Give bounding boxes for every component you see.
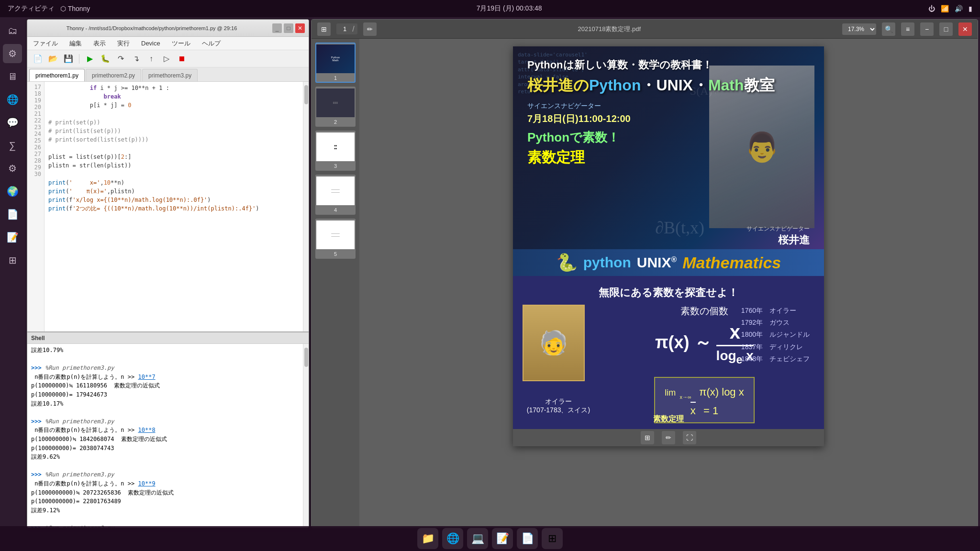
pdf-menu-button[interactable]: ≡ xyxy=(901,22,914,36)
code-content[interactable]: if i * j >= 10**n + 1 : break p[i * j] =… xyxy=(45,82,303,331)
pdf-thumb-3[interactable]: ■■■■ 3 xyxy=(315,131,356,171)
shell-header: Shell xyxy=(27,332,309,344)
pdf-slide1-sublabel: サイエンスナビゲーター xyxy=(527,102,601,110)
toolbar-sep1 xyxy=(79,54,79,64)
thonny-indicator: ⬡ xyxy=(60,5,66,12)
save-file-button[interactable]: 💾 xyxy=(62,52,75,66)
shell-content[interactable]: 誤差10.79% >>> %Run primethorem3.py n番目の素数… xyxy=(27,344,303,528)
menu-file[interactable]: ファイル xyxy=(31,38,60,49)
pdf-thumb-2[interactable]: ≡≡≡ 2 xyxy=(315,87,356,127)
pdf-fullscreen-button[interactable]: ⛶ xyxy=(683,431,696,444)
dock-apps-icon[interactable]: ⊞ xyxy=(542,528,563,549)
sidebar-icon-math[interactable]: ∑ xyxy=(3,136,22,155)
pdf-content[interactable]: data-slide='carousel1' target.data(), at… xyxy=(359,39,978,528)
pdf-pencil-button[interactable]: ✏ xyxy=(363,22,377,36)
thonny-menubar: ファイル 編集 表示 実行 Device ツール ヘルプ xyxy=(27,37,309,50)
pdf-slide1-name: 桜井進 xyxy=(746,233,810,247)
thonny-win-controls: _ □ ✕ xyxy=(272,23,305,33)
dock-editor-icon[interactable]: 📝 xyxy=(492,528,513,549)
pdf-grid-view-button[interactable]: ⊞ xyxy=(317,22,331,36)
year-item-4: 1837年 ディリクレ xyxy=(741,341,810,353)
shell-scrollbar[interactable] xyxy=(303,344,309,528)
year-item-1: 1760年 オイラー xyxy=(741,305,810,317)
pdf-thumb-1[interactable]: PythonMath 1 xyxy=(315,43,356,83)
code-scrollbar[interactable] xyxy=(303,82,309,331)
sidebar-icon-files[interactable]: 🗂 xyxy=(3,21,22,40)
sidebar-icon-browser[interactable]: 🌐 xyxy=(3,90,22,109)
tab-primethorem3[interactable]: primethorem3.py xyxy=(142,69,198,81)
pdf-fit-page-button[interactable]: ⊞ xyxy=(641,431,654,444)
dock-files-icon[interactable]: 📁 xyxy=(417,528,438,549)
dock-terminal-icon[interactable]: 💻 xyxy=(467,528,488,549)
system-bar-center: 7月19日 (月) 00:03:48 xyxy=(477,4,542,13)
close-button[interactable]: ✕ xyxy=(295,23,305,33)
minimize-button[interactable]: _ xyxy=(272,23,282,33)
pdf-slide1-badge: サイエンスナビゲーター xyxy=(746,225,810,233)
pdf-toolbar: ⊞ 1 / ✏ 20210718素数定理.pdf 17.3% 🔍 ≡ − □ ✕ xyxy=(312,20,978,39)
menu-run[interactable]: 実行 xyxy=(115,38,132,49)
tab-primethorem1[interactable]: primethorem1.py xyxy=(29,69,85,81)
sidebar-icon-pdf[interactable]: 📄 xyxy=(3,205,22,224)
sidebar-icon-apps[interactable]: ⊞ xyxy=(3,251,22,270)
dock-pdf-icon[interactable]: 📄 xyxy=(517,528,538,549)
power-icon[interactable]: ⏻ xyxy=(928,5,935,12)
debug-button[interactable]: 🐛 xyxy=(99,52,112,66)
sidebar-icon-document[interactable]: 📝 xyxy=(3,228,22,247)
step-out-button[interactable]: ↑ xyxy=(145,52,158,66)
pdf-slide1-topic1: Pythonで素数！ xyxy=(527,129,620,146)
pdf-annotate-button[interactable]: ✏ xyxy=(662,431,675,444)
sidebar-icon-settings[interactable]: ⚙ xyxy=(3,44,22,63)
step-into-button[interactable]: ↴ xyxy=(129,52,143,66)
pdf-search-button[interactable]: 🔍 xyxy=(882,22,895,36)
pdf-brand-bar: 🐍 python UNIX® Mathematics xyxy=(513,249,824,276)
pdf-slide1: data-slide='carousel1' target.data(), at… xyxy=(513,46,824,276)
maximize-button[interactable]: □ xyxy=(284,23,293,33)
activities-label[interactable]: アクティビティ xyxy=(8,4,55,13)
menu-view[interactable]: 表示 xyxy=(91,38,108,49)
sidebar-icon-chat[interactable]: 💬 xyxy=(3,113,22,132)
menu-help[interactable]: ヘルプ xyxy=(200,38,223,49)
code-editor: 1718192021222324252627282930 if i * j >=… xyxy=(27,82,309,331)
pdf-slide2-title: 無限にある素数を探査せよ！ xyxy=(513,286,824,300)
pdf-close-button[interactable]: ✕ xyxy=(958,22,972,36)
menu-device[interactable]: Device xyxy=(139,39,162,48)
thonny-app-label[interactable]: ⬡ Thonny xyxy=(60,5,90,12)
pdf-slide1-title: 桜井進のPython・UNIX・Math教室 xyxy=(527,75,775,96)
sidebar-icon-globe[interactable]: 🌍 xyxy=(3,182,22,201)
thonny-titlebar: Thonny - /mnt/ssd1/Dropbox/mathcode/pyth… xyxy=(27,20,309,37)
pdf-thumb-num-2: 2 xyxy=(316,118,355,126)
step-over-button[interactable]: ↷ xyxy=(114,52,127,66)
brand-unix-label: UNIX® xyxy=(637,254,677,271)
stop-button[interactable]: ⏹ xyxy=(175,52,189,66)
dock-browser-icon[interactable]: 🌐 xyxy=(442,528,463,549)
pdf-maximize-button[interactable]: □ xyxy=(939,22,953,36)
shell-label: Shell xyxy=(31,335,45,342)
pdf-slide1-speaker: サイエンスナビゲーター 桜井進 xyxy=(746,225,810,247)
pdf-minimize-button[interactable]: − xyxy=(920,22,934,36)
sidebar-icon-terminal[interactable]: 🖥 xyxy=(3,67,22,86)
brand-math-label: Mathematics xyxy=(682,253,781,272)
pdf-zoom-select[interactable]: 17.3% xyxy=(842,23,876,35)
menu-edit[interactable]: 編集 xyxy=(67,38,84,49)
run-button[interactable]: ▶ xyxy=(83,52,97,66)
brand-python-label: python xyxy=(583,254,631,271)
new-file-button[interactable]: 📄 xyxy=(31,52,45,66)
pdf-thumb-4[interactable]: ────────── 4 xyxy=(315,175,356,215)
menu-tools[interactable]: ツール xyxy=(170,38,192,49)
tab-primethorem2[interactable]: primethorem2.py xyxy=(86,69,141,81)
thonny-tabs: primethorem1.py primethorem2.py primetho… xyxy=(27,67,309,82)
year-item-5: 1848年 チェビシェフ xyxy=(741,353,810,365)
thonny-toolbar: 📄 📂 💾 ▶ 🐛 ↷ ↴ ↑ ▷ ⏹ xyxy=(27,50,309,67)
pdf-thumb-5[interactable]: ────────── 5 xyxy=(315,219,356,259)
pdf-main: PythonMath 1 ≡≡≡ 2 ■■■■ 3 xyxy=(312,39,978,528)
pdf-slide1-subtitle: Pythonは新しい算数・数学の教科書！ xyxy=(527,58,713,72)
open-file-button[interactable]: 📂 xyxy=(46,52,60,66)
datetime-label: 7月19日 (月) 00:03:48 xyxy=(477,4,542,13)
battery-icon: ▮ xyxy=(969,5,972,12)
volume-icon[interactable]: 🔊 xyxy=(955,5,963,12)
resume-button[interactable]: ▷ xyxy=(160,52,173,66)
pdf-bottom-footer: 素数定理 xyxy=(513,414,824,424)
sidebar-icon-gear[interactable]: ⚙ xyxy=(3,159,22,178)
network-icon[interactable]: 📶 xyxy=(941,5,949,12)
year-item-3: 1800年 ルジャンドル xyxy=(741,329,810,341)
